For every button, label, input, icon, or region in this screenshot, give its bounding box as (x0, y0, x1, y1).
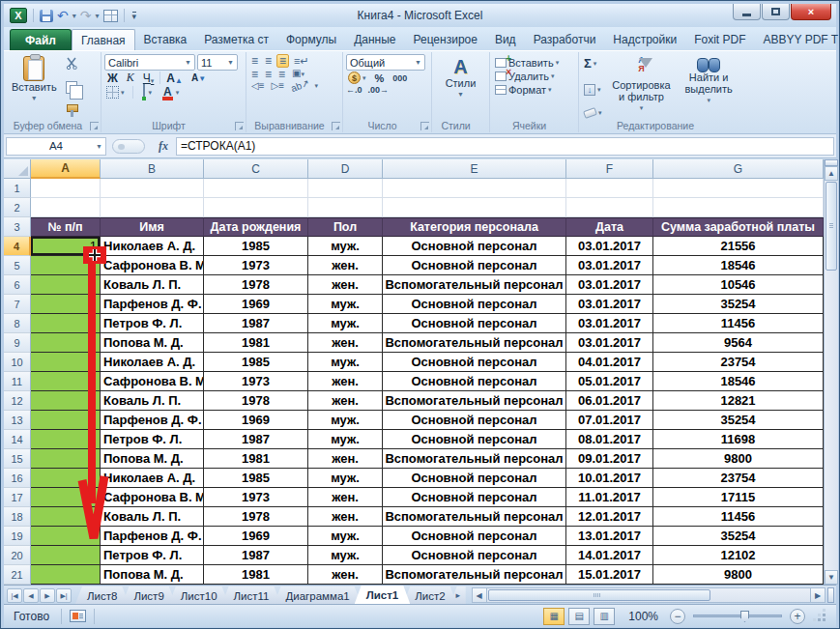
cell-B21[interactable]: Попова М. Д. (101, 565, 204, 585)
cell-F10[interactable]: 04.01.2017 (566, 353, 653, 372)
cell-A3[interactable]: № п/п (31, 217, 101, 237)
cell-C3[interactable]: Дата рождения (204, 217, 308, 237)
shrink-font-button[interactable]: А▼ (188, 72, 209, 83)
row-header-17[interactable]: 17 (4, 488, 31, 507)
cell-E3[interactable]: Категория персонала (383, 217, 566, 237)
increase-decimal-icon[interactable]: ←.0 (346, 85, 362, 95)
cell-C14[interactable]: 1987 (204, 430, 308, 449)
zoom-slider[interactable] (693, 615, 782, 617)
vertical-split-handle[interactable] (825, 159, 838, 166)
cell-B17[interactable]: Сафронова В. М. (101, 488, 204, 507)
page-layout-view-button[interactable]: ▤ (568, 608, 590, 625)
cell-D1[interactable] (308, 179, 383, 198)
first-sheet-icon[interactable]: |◀ (7, 588, 22, 603)
cell-D19[interactable]: муж. (308, 527, 383, 546)
copy-button[interactable]: ▾ (64, 80, 85, 95)
cell-F17[interactable]: 11.01.2017 (566, 488, 653, 507)
find-select-button[interactable]: Найти и выделить▾ (679, 54, 739, 118)
cell-G7[interactable]: 35254 (653, 295, 824, 314)
row-header-19[interactable]: 19 (4, 527, 31, 546)
cell-E8[interactable]: Основной персонал (383, 314, 566, 333)
cell-F19[interactable]: 13.01.2017 (566, 527, 653, 546)
align-right-icon[interactable]: ≡ (276, 69, 287, 80)
cell-A21[interactable] (31, 565, 101, 585)
page-break-view-button[interactable]: ▥ (594, 608, 615, 625)
cell-A9[interactable] (31, 333, 101, 353)
cell-B9[interactable]: Попова М. Д. (101, 333, 204, 353)
cell-E15[interactable]: Вспомогательный персонал (383, 449, 566, 469)
excel-logo-icon[interactable]: X (10, 8, 27, 23)
cell-F1[interactable] (566, 179, 653, 198)
cell-B11[interactable]: Сафронова В. М. (101, 372, 204, 391)
cell-F13[interactable]: 07.01.2017 (566, 411, 653, 430)
row-header-16[interactable]: 16 (4, 469, 31, 488)
cell-E16[interactable]: Основной персонал (383, 469, 566, 488)
row-header-2[interactable]: 2 (4, 198, 31, 217)
autosum-button[interactable]: Σ▾ (582, 56, 604, 71)
clear-button[interactable]: ▾ (582, 108, 604, 118)
customize-qat-icon[interactable]: ▾ (132, 12, 137, 20)
cell-F18[interactable]: 12.01.2017 (566, 507, 653, 527)
ribbon-tab-вставка[interactable]: Вставка (135, 29, 196, 50)
ribbon-tab-abbyy-pdf-t[interactable]: ABBYY PDF T (755, 29, 840, 50)
cell-E19[interactable]: Основной персонал (383, 527, 566, 546)
cell-E12[interactable]: Вспомогательный персонал (383, 391, 566, 411)
scroll-left-button[interactable]: ◀ (473, 588, 487, 602)
scroll-right-button[interactable]: ▶ (810, 588, 825, 602)
cell-B3[interactable]: Имя (101, 217, 204, 237)
file-tab[interactable]: Файл (10, 29, 72, 50)
cell-D2[interactable] (308, 198, 383, 217)
cell-G8[interactable]: 11456 (653, 314, 824, 333)
undo-icon[interactable]: ↶ (57, 10, 69, 21)
comma-style-button[interactable]: 000 (391, 72, 409, 84)
cell-A10[interactable] (31, 353, 101, 372)
cell-G5[interactable]: 18546 (653, 256, 824, 275)
cell-C19[interactable]: 1969 (204, 527, 308, 546)
sheet-tab-лист1[interactable]: Лист1 (355, 586, 411, 604)
ribbon-tab-разметка-ст[interactable]: Разметка ст (195, 29, 277, 50)
undo-dropdown-icon[interactable]: ▾ (72, 12, 76, 20)
cell-F14[interactable]: 08.01.2017 (566, 430, 653, 449)
redo-dropdown-icon[interactable]: ▾ (95, 12, 99, 20)
cell-G18[interactable]: 11456 (653, 507, 824, 527)
row-header-1[interactable]: 1 (4, 179, 31, 198)
maximize-button[interactable] (762, 4, 790, 20)
cell-G1[interactable] (653, 179, 824, 198)
cell-D18[interactable]: жен. (308, 507, 383, 527)
sheet-tab-лист8[interactable]: Лист8 (75, 586, 129, 604)
resize-grip[interactable] (815, 611, 826, 622)
cell-D16[interactable]: муж. (308, 469, 383, 488)
decrease-decimal-icon[interactable]: .00→ (368, 85, 390, 95)
cell-G4[interactable]: 21556 (653, 237, 824, 256)
cell-D3[interactable]: Пол (308, 217, 383, 237)
ribbon-tab-разработчи[interactable]: Разработчи (525, 29, 605, 50)
sort-filter-button[interactable]: АЯ Сортировка и фильтр▾ (607, 54, 677, 118)
cell-G20[interactable]: 12102 (653, 546, 824, 565)
ribbon-tab-данные[interactable]: Данные (345, 29, 404, 50)
cell-C21[interactable]: 1981 (204, 565, 308, 585)
cell-D5[interactable]: жен. (308, 256, 383, 275)
cell-E7[interactable]: Основной персонал (383, 295, 566, 314)
cell-A7[interactable] (31, 295, 101, 314)
cut-button[interactable] (64, 56, 85, 71)
cell-F5[interactable]: 03.01.2017 (566, 256, 653, 275)
cell-E5[interactable]: Основной персонал (383, 256, 566, 275)
redo-icon[interactable]: ↷ (80, 10, 92, 21)
cell-D7[interactable]: муж. (308, 295, 383, 314)
column-header-C[interactable]: C (204, 159, 308, 179)
row-header-13[interactable]: 13 (4, 411, 31, 430)
cell-E18[interactable]: Вспомогательный персонал (383, 507, 566, 527)
row-header-6[interactable]: 6 (4, 275, 31, 295)
cell-B13[interactable]: Парфенов Д. Ф. (101, 411, 204, 430)
cell-G9[interactable]: 9564 (653, 333, 824, 353)
row-header-11[interactable]: 11 (4, 372, 31, 391)
cell-F3[interactable]: Дата (566, 217, 653, 237)
cell-A17[interactable] (31, 488, 101, 507)
row-header-20[interactable]: 20 (4, 546, 31, 565)
cell-C18[interactable]: 1978 (204, 507, 308, 527)
cell-A15[interactable] (31, 449, 101, 469)
cell-C20[interactable]: 1987 (204, 546, 308, 565)
cell-E14[interactable]: Основной персонал (383, 430, 566, 449)
cell-B10[interactable]: Николаев А. Д. (101, 353, 204, 372)
styles-button[interactable]: А Стили ▼ (435, 54, 486, 102)
